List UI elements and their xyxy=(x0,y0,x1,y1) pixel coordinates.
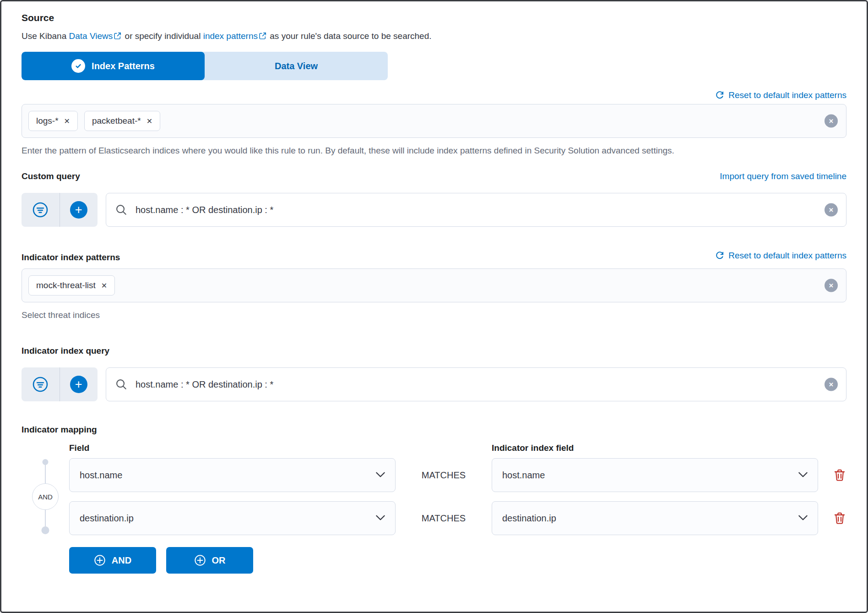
index-patterns-help-text: Enter the pattern of Elasticsearch indic… xyxy=(22,144,694,157)
field-select[interactable]: destination.ip xyxy=(69,501,396,535)
filter-icon xyxy=(32,201,49,219)
query-value: host.name : * OR destination.ip : * xyxy=(136,205,273,215)
add-filter-button[interactable]: + xyxy=(60,193,98,227)
indicator-mapping-rows: AND host.name MATCHES host.name xyxy=(22,458,846,535)
desc-text-1: Use Kibana xyxy=(22,31,69,41)
filter-icon xyxy=(32,376,49,393)
source-description: Use Kibana Data Views or specify individ… xyxy=(22,30,846,44)
external-link-icon xyxy=(114,31,121,44)
refresh-icon xyxy=(715,251,724,260)
matches-operator: MATCHES xyxy=(396,513,492,524)
field-select-value: destination.ip xyxy=(80,513,134,524)
add-and-button-label: AND xyxy=(112,555,131,566)
and-connector-rail: AND xyxy=(22,458,69,535)
field-select[interactable]: host.name xyxy=(69,458,396,492)
index-pattern-tag[interactable]: logs-* ✕ xyxy=(28,111,78,131)
add-or-button-label: OR xyxy=(212,555,226,566)
reset-index-patterns-link[interactable]: Reset to default index patterns xyxy=(728,90,846,100)
indicator-field-column-header: Indicator index field xyxy=(492,443,574,453)
toggle-data-view[interactable]: Data View xyxy=(205,52,388,80)
and-connector-badge: AND xyxy=(32,483,59,510)
tag-label: logs-* xyxy=(36,116,59,126)
add-filter-button[interactable]: + xyxy=(60,367,98,401)
import-saved-timeline-link[interactable]: Import query from saved timeline xyxy=(720,171,846,181)
remove-tag-icon[interactable]: ✕ xyxy=(146,117,152,126)
indicator-field-select[interactable]: host.name xyxy=(492,458,818,492)
toggle-data-view-label: Data View xyxy=(275,61,318,71)
source-step-panel: Source Use Kibana Data Views or specify … xyxy=(0,0,868,613)
desc-text-3: as your rule's data source to be searche… xyxy=(267,31,432,41)
chevron-down-icon xyxy=(798,471,808,479)
custom-query-label: Custom query xyxy=(22,170,80,183)
indicator-index-query-input[interactable]: host.name : * OR destination.ip : * ✕ xyxy=(106,367,846,401)
clear-combobox-icon[interactable]: ✕ xyxy=(825,279,838,292)
index-pattern-tag[interactable]: packetbeat-* ✕ xyxy=(84,111,160,131)
index-patterns-link[interactable]: index patterns xyxy=(203,31,258,41)
source-section-title: Source xyxy=(22,12,846,23)
indicator-field-select[interactable]: destination.ip xyxy=(492,501,818,535)
check-circle-icon xyxy=(71,59,85,73)
connector-dot xyxy=(43,459,49,465)
field-select-value: host.name xyxy=(80,470,122,481)
threat-indices-help-text: Select threat indices xyxy=(22,309,694,322)
index-patterns-combobox[interactable]: logs-* ✕ packetbeat-* ✕ ✕ xyxy=(22,104,846,138)
indicator-index-patterns-label: Indicator index patterns xyxy=(22,251,120,264)
connector-dot xyxy=(42,526,49,534)
add-or-button[interactable]: OR xyxy=(166,547,253,574)
field-column-header: Field xyxy=(69,443,89,453)
indicator-index-tag[interactable]: mock-threat-list ✕ xyxy=(28,275,115,296)
custom-query-bar: + host.name : * OR destination.ip : * ✕ xyxy=(22,193,846,227)
trash-icon xyxy=(833,511,846,525)
mapping-headers: Field Indicator index field xyxy=(22,442,846,454)
external-link-icon xyxy=(259,31,266,44)
desc-text-2: or specify individual xyxy=(122,31,203,41)
indicator-index-query-label: Indicator index query xyxy=(22,345,109,357)
data-views-link[interactable]: Data Views xyxy=(69,31,113,41)
clear-combobox-icon[interactable]: ✕ xyxy=(825,115,838,128)
indicator-index-patterns-combobox[interactable]: mock-threat-list ✕ ✕ xyxy=(22,268,846,302)
plus-in-circle-icon xyxy=(194,554,206,566)
filter-button[interactable] xyxy=(22,367,60,401)
chevron-down-icon xyxy=(798,514,808,522)
indicator-mapping-label: Indicator mapping xyxy=(22,423,97,436)
remove-tag-icon[interactable]: ✕ xyxy=(64,117,70,126)
refresh-icon xyxy=(715,91,724,100)
toggle-index-patterns[interactable]: Index Patterns xyxy=(22,52,205,80)
trash-icon xyxy=(833,468,846,482)
indicator-index-query-bar: + host.name : * OR destination.ip : * ✕ xyxy=(22,367,846,401)
clear-query-icon[interactable]: ✕ xyxy=(825,203,838,217)
indicator-field-select-value: destination.ip xyxy=(502,513,556,524)
toggle-index-patterns-label: Index Patterns xyxy=(92,61,155,71)
remove-tag-icon[interactable]: ✕ xyxy=(101,281,107,290)
chevron-down-icon xyxy=(376,514,385,522)
search-icon xyxy=(115,378,127,390)
plus-circle-icon: + xyxy=(70,376,87,393)
delete-row-button[interactable] xyxy=(833,511,846,525)
chevron-down-icon xyxy=(376,471,385,479)
tag-label: packetbeat-* xyxy=(92,116,141,126)
filter-button[interactable] xyxy=(22,193,60,227)
tag-label: mock-threat-list xyxy=(36,280,96,290)
mapping-row: destination.ip MATCHES destination.ip xyxy=(69,501,846,535)
indicator-field-select-value: host.name xyxy=(502,470,545,481)
plus-in-circle-icon xyxy=(94,554,106,566)
add-and-button[interactable]: AND xyxy=(69,547,156,574)
clear-query-icon[interactable]: ✕ xyxy=(825,378,838,391)
data-source-toggle-group: Index Patterns Data View xyxy=(22,52,388,80)
query-value: host.name : * OR destination.ip : * xyxy=(136,379,273,390)
search-icon xyxy=(115,204,127,216)
query-bar-prepend: + xyxy=(22,193,98,227)
mapping-row: host.name MATCHES host.name xyxy=(69,458,846,492)
custom-query-input[interactable]: host.name : * OR destination.ip : * ✕ xyxy=(106,193,846,227)
plus-circle-icon: + xyxy=(70,201,87,219)
matches-operator: MATCHES xyxy=(396,470,492,481)
delete-row-button[interactable] xyxy=(833,468,846,482)
reset-indicator-index-patterns-link[interactable]: Reset to default index patterns xyxy=(728,251,846,261)
query-bar-prepend: + xyxy=(22,367,98,401)
